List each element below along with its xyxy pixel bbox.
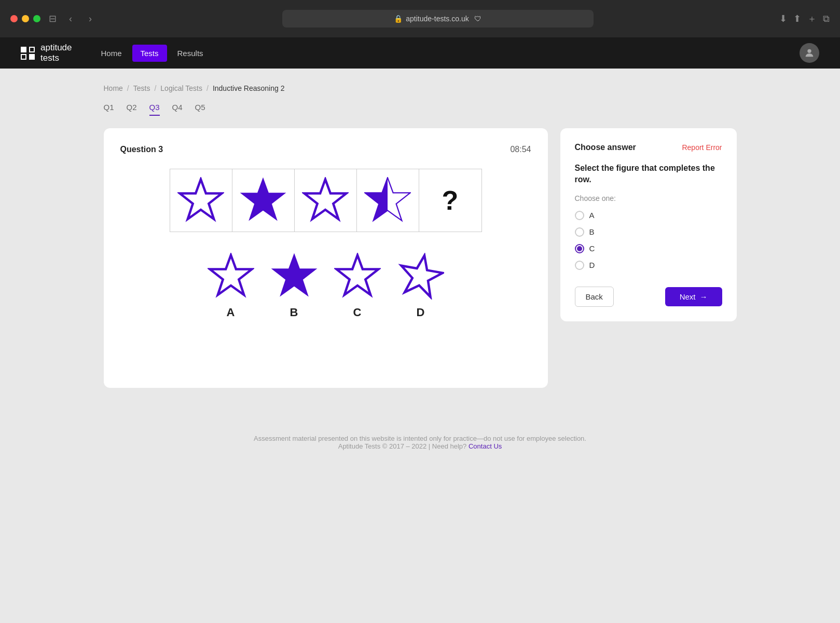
option-b-label: B: [290, 306, 298, 319]
next-button[interactable]: Next →: [665, 287, 722, 306]
answer-option-a[interactable]: A: [208, 253, 254, 319]
back-browser-button[interactable]: ‹: [65, 11, 76, 26]
star-d-icon: [397, 253, 444, 300]
svg-marker-11: [397, 253, 444, 298]
pattern-cell-2: [232, 169, 295, 232]
radio-options: A B C D: [575, 211, 722, 270]
radio-option-d[interactable]: D: [575, 261, 722, 270]
share-icon[interactable]: ⬆: [793, 13, 801, 24]
radio-d[interactable]: [575, 261, 584, 270]
star-filled-icon: [240, 177, 286, 224]
contact-link[interactable]: Contact Us: [469, 442, 502, 450]
pattern-cell-4: [357, 169, 419, 232]
star-c-icon: [334, 253, 381, 300]
nav-links: Home Tests Results: [93, 45, 800, 62]
radio-option-c[interactable]: C: [575, 244, 722, 253]
user-icon: [804, 47, 815, 59]
report-error-link[interactable]: Report Error: [682, 143, 722, 152]
breadcrumb-home[interactable]: Home: [104, 84, 123, 92]
choose-answer-title: Choose answer: [575, 143, 636, 152]
radio-label-a: A: [589, 211, 595, 220]
pattern-cells: ?: [170, 169, 482, 232]
radio-b[interactable]: [575, 227, 584, 237]
new-tab-icon[interactable]: ＋: [807, 12, 817, 25]
address-bar[interactable]: 🔒 aptitude-tests.co.uk 🛡: [282, 10, 594, 28]
tab-q3[interactable]: Q3: [149, 103, 160, 116]
shield-icon: 🛡: [474, 15, 481, 23]
answer-option-d[interactable]: D: [397, 253, 444, 319]
back-button[interactable]: Back: [575, 287, 614, 307]
question-tabs: Q1 Q2 Q3 Q4 Q5: [104, 103, 737, 116]
answer-panel-header: Choose answer Report Error: [575, 143, 722, 152]
pattern-cell-5: ?: [419, 169, 481, 232]
question-prompt: Select the figure that completes the row…: [575, 162, 722, 186]
footer-copyright: Aptitude Tests © 2017 – 2022 | Need help…: [10, 442, 830, 450]
browser-actions: ⬇ ⬆ ＋ ⧉: [779, 12, 830, 25]
choose-one-label: Choose one:: [575, 194, 722, 202]
nav-tests[interactable]: Tests: [132, 45, 167, 62]
breadcrumb-current: Inductive Reasoning 2: [213, 84, 285, 92]
user-avatar[interactable]: [800, 43, 819, 63]
minimize-button[interactable]: [22, 15, 29, 22]
star-outline-2-icon: [302, 177, 349, 224]
footer: Assessment material presented on this we…: [0, 403, 840, 466]
lock-icon: 🔒: [394, 15, 403, 23]
panel-actions: Back Next →: [575, 287, 722, 307]
url-text: aptitude-tests.co.uk: [406, 15, 469, 23]
svg-marker-3: [305, 180, 347, 220]
download-icon[interactable]: ⬇: [779, 13, 787, 24]
tab-q1[interactable]: Q1: [104, 103, 114, 116]
main-layout: Question 3 08:54: [104, 128, 737, 388]
maximize-button[interactable]: [33, 15, 40, 22]
footer-disclaimer: Assessment material presented on this we…: [10, 435, 830, 442]
star-half-icon: [364, 177, 411, 224]
svg-marker-9: [273, 255, 315, 295]
tabs-icon[interactable]: ⧉: [823, 13, 830, 24]
option-c-label: C: [353, 306, 362, 319]
close-button[interactable]: [10, 15, 18, 22]
option-a-label: A: [227, 306, 235, 319]
radio-label-b: B: [589, 227, 595, 236]
star-outline-icon: [177, 177, 224, 224]
tab-q2[interactable]: Q2: [127, 103, 137, 116]
radio-c[interactable]: [575, 244, 584, 253]
sidebar-toggle-button[interactable]: ⊟: [49, 13, 57, 24]
nav-home[interactable]: Home: [93, 45, 130, 62]
radio-option-b[interactable]: B: [575, 227, 722, 237]
breadcrumb-tests[interactable]: Tests: [133, 84, 150, 92]
pattern-cell-1: [170, 169, 232, 232]
pattern-cell-3: [295, 169, 357, 232]
browser-chrome: ⊟ ‹ › 🔒 aptitude-tests.co.uk 🛡 ⬇ ⬆ ＋ ⧉: [0, 0, 840, 37]
answer-option-b[interactable]: B: [271, 253, 318, 319]
breadcrumb: Home / Tests / Logical Tests / Inductive…: [104, 84, 737, 92]
question-card: Question 3 08:54: [104, 128, 548, 388]
timer: 08:54: [510, 145, 531, 154]
radio-a[interactable]: [575, 211, 584, 220]
next-arrow-icon: →: [700, 292, 708, 301]
page-content: Home / Tests / Logical Tests / Inductive…: [83, 69, 758, 403]
answer-options-row: A B C: [120, 253, 531, 319]
breadcrumb-logical-tests[interactable]: Logical Tests: [160, 84, 202, 92]
traffic-lights: [10, 15, 40, 22]
answer-panel: Choose answer Report Error Select the fi…: [560, 128, 737, 321]
logo-area: aptitude tests: [21, 43, 72, 63]
svg-marker-10: [336, 255, 378, 295]
svg-marker-8: [210, 255, 252, 295]
question-mark: ?: [442, 185, 459, 216]
nav-results[interactable]: Results: [169, 45, 212, 62]
radio-label-d: D: [589, 261, 595, 269]
question-header: Question 3 08:54: [120, 145, 531, 154]
star-a-icon: [208, 253, 254, 300]
forward-browser-button[interactable]: ›: [85, 11, 96, 26]
logo-text: aptitude tests: [40, 43, 72, 63]
tab-q5[interactable]: Q5: [195, 103, 205, 116]
question-number: Question 3: [120, 145, 163, 154]
svg-marker-1: [180, 180, 222, 220]
svg-point-0: [807, 49, 811, 53]
answer-option-c[interactable]: C: [334, 253, 381, 319]
tab-q4[interactable]: Q4: [172, 103, 183, 116]
pattern-row: ?: [120, 169, 531, 232]
radio-option-a[interactable]: A: [575, 211, 722, 220]
next-label: Next: [680, 292, 696, 301]
radio-label-c: C: [589, 244, 595, 253]
